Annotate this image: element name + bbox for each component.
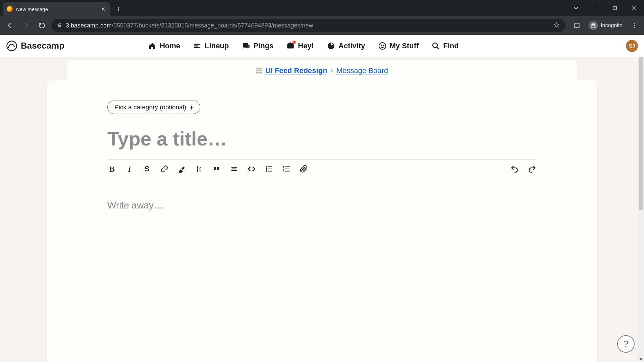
incognito-badge[interactable]: Incognito: [585, 21, 626, 30]
svg-rect-26: [260, 72, 262, 73]
mystuff-icon: [378, 42, 387, 50]
undo-button[interactable]: [510, 164, 519, 174]
nav-mystuff-label: My Stuff: [390, 42, 419, 50]
avatar-initials: SJ: [629, 43, 635, 49]
activity-icon: [327, 42, 335, 50]
hey-icon: [286, 42, 295, 50]
link-button[interactable]: [160, 164, 169, 174]
svg-point-32: [266, 170, 267, 172]
code-button[interactable]: [247, 164, 256, 174]
breadcrumb: UI Feed Redesign › Message Board: [256, 66, 388, 75]
svg-rect-20: [260, 68, 262, 69]
lineup-icon: [193, 42, 202, 50]
hey-notification-dot-icon: [292, 41, 296, 44]
basecamp-logo[interactable]: Basecamp: [6, 40, 64, 52]
page-scrollbar[interactable]: ▴ ▾: [638, 35, 644, 362]
nav-hey[interactable]: Hey!: [286, 42, 314, 50]
breadcrumb-board-link[interactable]: Message Board: [336, 66, 388, 75]
tab-search-icon[interactable]: [566, 0, 586, 16]
svg-line-17: [437, 47, 439, 49]
bold-button[interactable]: B: [107, 164, 117, 174]
basecamp-logo-icon: [6, 40, 17, 52]
numbered-list-button[interactable]: 123: [282, 164, 291, 174]
svg-point-15: [383, 45, 383, 45]
nav-pings[interactable]: Pings: [241, 42, 273, 50]
nav-back-button[interactable]: [3, 19, 16, 32]
svg-point-6: [634, 25, 635, 26]
nav-mystuff[interactable]: My Stuff: [378, 42, 419, 50]
user-avatar[interactable]: SJ: [626, 40, 638, 52]
extensions-icon[interactable]: [571, 19, 583, 32]
svg-text:3: 3: [283, 170, 284, 173]
incognito-label: Incognito: [601, 22, 623, 28]
strikethrough-button[interactable]: S: [142, 164, 152, 174]
italic-button[interactable]: I: [125, 164, 134, 174]
tab-title: New message: [16, 6, 97, 12]
nav-lineup[interactable]: Lineup: [193, 42, 229, 50]
nav-lineup-label: Lineup: [205, 42, 229, 50]
chrome-menu-icon[interactable]: [628, 19, 641, 32]
nav-hey-label: Hey!: [298, 42, 314, 50]
svg-rect-19: [258, 68, 260, 69]
help-icon: ?: [623, 339, 629, 349]
lock-icon: [57, 23, 62, 28]
nav-activity[interactable]: Activity: [327, 42, 365, 50]
nav-home[interactable]: Home: [148, 42, 180, 50]
nav-home-label: Home: [160, 42, 180, 50]
pings-icon: [241, 42, 250, 50]
window-minimize-icon[interactable]: [586, 0, 605, 16]
svg-rect-22: [258, 70, 260, 71]
scroll-thumb[interactable]: [639, 36, 643, 210]
svg-rect-4: [575, 23, 579, 27]
message-editor-card: Pick a category (optional) ▲▼ B I S: [47, 80, 597, 362]
svg-rect-33: [268, 166, 272, 167]
svg-rect-40: [285, 169, 290, 169]
breadcrumb-project-link[interactable]: UI Feed Redesign: [265, 66, 327, 75]
svg-rect-25: [258, 72, 260, 73]
new-tab-button[interactable]: +: [112, 3, 125, 15]
heading-button[interactable]: [195, 164, 204, 174]
category-picker[interactable]: Pick a category (optional) ▲▼: [107, 101, 200, 114]
window-controls: [566, 0, 644, 16]
browser-tab-strip: New message ✕ +: [0, 0, 644, 16]
attach-button[interactable]: [299, 164, 309, 174]
svg-point-5: [634, 23, 635, 24]
title-input[interactable]: [107, 127, 537, 150]
help-button[interactable]: ?: [617, 335, 635, 353]
svg-rect-23: [260, 70, 262, 71]
address-bar[interactable]: 3.basecamp.com/5550377/buckets/31325815/…: [52, 19, 565, 32]
find-icon: [431, 42, 440, 50]
redo-button[interactable]: [527, 164, 537, 174]
nav-find[interactable]: Find: [431, 42, 459, 50]
svg-rect-24: [256, 72, 258, 73]
svg-point-8: [7, 41, 17, 51]
window-maximize-icon[interactable]: [605, 0, 625, 16]
project-grid-icon: [256, 68, 262, 74]
home-icon: [148, 42, 157, 50]
quote-button[interactable]: [212, 164, 221, 174]
incognito-icon: [589, 21, 598, 30]
svg-point-31: [266, 168, 267, 170]
svg-rect-39: [285, 166, 290, 167]
svg-rect-34: [268, 169, 272, 169]
tab-close-icon[interactable]: ✕: [100, 6, 106, 12]
message-body-editor[interactable]: Write away…: [107, 200, 537, 211]
url-text: 3.basecamp.com/5550377/buckets/31325815/…: [66, 22, 313, 29]
nav-pings-label: Pings: [253, 42, 273, 50]
window-close-icon[interactable]: [625, 0, 644, 16]
svg-point-14: [381, 45, 381, 45]
bullet-list-button[interactable]: [264, 164, 274, 174]
browser-tab-active[interactable]: New message ✕: [3, 2, 110, 16]
select-caret-icon: ▲▼: [190, 105, 193, 109]
align-button[interactable]: [229, 164, 239, 174]
svg-rect-41: [285, 171, 290, 171]
basecamp-favicon-icon: [7, 6, 13, 12]
nav-forward-button[interactable]: [19, 19, 32, 32]
svg-point-13: [379, 43, 386, 49]
highlight-button[interactable]: [177, 164, 186, 174]
bookmark-star-icon[interactable]: [553, 21, 560, 30]
scroll-down-icon[interactable]: ▾: [638, 356, 644, 362]
nav-reload-button[interactable]: [36, 19, 48, 32]
svg-point-16: [433, 43, 437, 48]
svg-rect-21: [256, 70, 258, 71]
